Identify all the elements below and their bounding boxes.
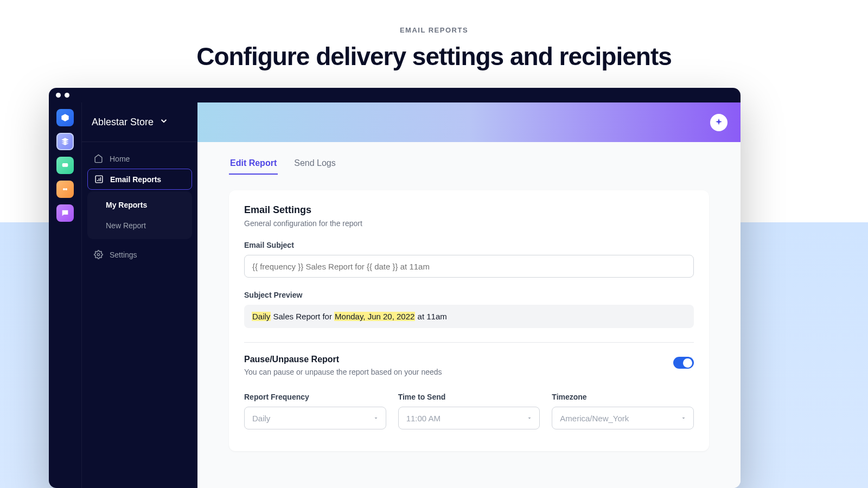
settings-card: Email Settings General configuration for… <box>229 190 709 451</box>
frequency-value: Daily <box>252 414 270 423</box>
preview-highlight-frequency: Daily <box>252 312 271 321</box>
nav-email-reports[interactable]: Email Reports <box>87 169 192 190</box>
tab-edit-report[interactable]: Edit Report <box>229 153 278 175</box>
sparkle-icon <box>714 118 724 127</box>
time-value: 11:00 AM <box>406 414 441 423</box>
main-header <box>197 102 741 142</box>
nav-sublist: My Reports New Report <box>87 191 192 239</box>
tab-send-logs[interactable]: Send Logs <box>293 153 337 175</box>
time-select[interactable]: 11:00 AM <box>398 407 540 429</box>
pause-description: You can pause or unpause the report base… <box>244 368 442 376</box>
svg-point-2 <box>65 188 67 190</box>
gear-icon <box>94 250 103 259</box>
home-icon <box>94 154 103 163</box>
nav-home[interactable]: Home <box>87 149 192 169</box>
nav-rail <box>49 102 81 488</box>
window-titlebar <box>49 88 741 102</box>
email-subject-input[interactable] <box>244 255 694 278</box>
pause-heading: Pause/Unpause Report <box>244 355 442 364</box>
caret-down-icon <box>680 415 687 421</box>
divider <box>244 342 694 343</box>
traffic-light-dot <box>56 93 61 98</box>
preview-text-mid: Sales Report for <box>271 312 334 321</box>
card-subtitle: General configuration for the report <box>244 219 694 228</box>
caret-down-icon <box>526 415 533 421</box>
chevron-down-icon <box>159 116 169 128</box>
pause-toggle[interactable] <box>673 357 694 369</box>
svg-rect-0 <box>62 163 68 167</box>
tabs: Edit Report Send Logs <box>229 153 709 175</box>
time-label: Time to Send <box>398 393 540 401</box>
subject-preview: Daily Sales Report for Monday, Jun 20, 2… <box>244 305 694 328</box>
nav-my-reports[interactable]: My Reports <box>87 195 192 215</box>
nav-settings[interactable]: Settings <box>87 245 192 265</box>
page-eyebrow: EMAIL REPORTS <box>0 26 868 34</box>
main-area: Edit Report Send Logs Email Settings Gen… <box>197 102 741 488</box>
timezone-select[interactable]: America/New_York <box>552 407 694 429</box>
nav-new-report[interactable]: New Report <box>87 215 192 236</box>
rail-layers-icon[interactable] <box>56 133 74 150</box>
frequency-label: Report Frequency <box>244 393 386 401</box>
timezone-label: Timezone <box>552 393 694 401</box>
app-window: Ablestar Store Home Email Reports My Rep… <box>49 88 741 488</box>
sparkle-badge[interactable] <box>710 114 727 131</box>
chart-icon <box>94 175 104 184</box>
traffic-light-dot <box>65 93 69 98</box>
preview-text-tail: at 11am <box>415 312 446 321</box>
email-subject-label: Email Subject <box>244 241 694 249</box>
store-name: Ablestar Store <box>92 117 154 128</box>
toggle-knob <box>683 358 692 368</box>
timezone-value: America/New_York <box>560 414 629 423</box>
card-heading: Email Settings <box>244 204 694 216</box>
rail-support-icon[interactable] <box>56 204 74 222</box>
subject-preview-label: Subject Preview <box>244 291 694 299</box>
store-selector[interactable]: Ablestar Store <box>82 102 197 142</box>
rail-chat-icon[interactable] <box>56 157 74 174</box>
nav-email-reports-label: Email Reports <box>110 175 161 184</box>
page-title: Configure delivery settings and recipien… <box>0 42 868 71</box>
nav-home-label: Home <box>110 155 130 163</box>
caret-down-icon <box>373 415 379 421</box>
svg-point-4 <box>97 253 99 255</box>
frequency-select[interactable]: Daily <box>244 407 386 429</box>
nav-settings-label: Settings <box>110 251 137 259</box>
rail-media-icon[interactable] <box>56 181 74 198</box>
svg-point-1 <box>63 188 65 190</box>
sidebar: Ablestar Store Home Email Reports My Rep… <box>81 102 197 488</box>
preview-highlight-date: Monday, Jun 20, 2022 <box>334 312 415 321</box>
rail-app-icon[interactable] <box>56 109 74 126</box>
